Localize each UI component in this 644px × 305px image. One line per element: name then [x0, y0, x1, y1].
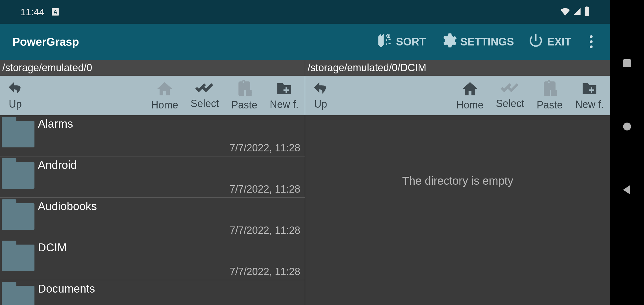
home-icon — [460, 80, 480, 99]
home-icon — [155, 80, 175, 99]
nav-home-button[interactable] — [620, 120, 634, 134]
up-button[interactable]: Up — [305, 76, 336, 115]
select-label: Select — [496, 98, 524, 110]
right-pane: /storage/emulated/0/DCIM Up Home Select — [305, 60, 610, 305]
nav-back-button[interactable] — [620, 183, 634, 198]
paste-icon — [235, 80, 254, 99]
svg-point-5 — [554, 91, 555, 93]
up-button[interactable]: Up — [0, 76, 31, 115]
paste-button[interactable]: Paste — [530, 76, 569, 115]
system-nav-bar — [610, 0, 644, 305]
select-label: Select — [191, 98, 219, 110]
right-file-list[interactable]: The directory is empty — [305, 115, 610, 305]
svg-point-6 — [556, 91, 557, 93]
status-badge: A — [52, 8, 59, 16]
file-date: 7/7/2022, 11:28 — [230, 266, 300, 278]
status-clock: 11:44 — [20, 6, 44, 18]
sort-button[interactable]: 1 SORT — [376, 32, 426, 51]
paste-button[interactable]: Paste — [225, 76, 264, 115]
file-date: 7/7/2022, 11:28 — [230, 142, 300, 154]
home-button[interactable]: Home — [145, 76, 184, 115]
right-pane-toolbar: Up Home Select Paste New f. — [305, 76, 610, 115]
svg-point-4 — [552, 91, 553, 93]
exit-button[interactable]: EXIT — [528, 32, 571, 51]
file-name: DCIM — [38, 241, 67, 254]
select-icon — [499, 81, 521, 97]
new-folder-label: New f. — [270, 99, 299, 110]
exit-label: EXIT — [547, 36, 571, 48]
new-folder-button[interactable]: New f. — [569, 76, 610, 115]
svg-point-1 — [247, 91, 248, 93]
settings-label: SETTINGS — [460, 36, 514, 48]
list-item[interactable]: Alarms7/7/2022, 11:28 — [0, 115, 305, 156]
right-path[interactable]: /storage/emulated/0/DCIM — [305, 60, 610, 76]
folder-icon — [2, 241, 34, 271]
status-bar: 11:44 A — [0, 0, 610, 24]
cellular-icon — [572, 7, 582, 17]
file-name: Documents — [38, 282, 95, 295]
folder-icon — [2, 117, 34, 147]
power-icon — [528, 32, 544, 51]
paste-label: Paste — [231, 99, 257, 111]
svg-rect-7 — [623, 59, 631, 67]
gear-icon — [440, 32, 457, 52]
select-button[interactable]: Select — [184, 76, 225, 115]
new-folder-icon — [274, 80, 294, 98]
select-button[interactable]: Select — [490, 76, 530, 115]
home-label: Home — [151, 99, 178, 111]
sort-icon: 1 — [376, 32, 393, 51]
settings-button[interactable]: SETTINGS — [440, 32, 514, 52]
up-icon — [312, 81, 330, 98]
left-file-list[interactable]: Alarms7/7/2022, 11:28Android7/7/2022, 11… — [0, 115, 305, 305]
new-folder-label: New f. — [575, 99, 604, 110]
select-icon — [194, 81, 216, 97]
new-folder-icon — [580, 80, 599, 98]
up-label: Up — [9, 98, 22, 110]
sort-label: SORT — [396, 36, 426, 48]
list-item[interactable]: DCIM7/7/2022, 11:28 — [0, 239, 305, 280]
file-name: Alarms — [38, 117, 73, 130]
file-name: Audiobooks — [38, 200, 97, 213]
left-pane-toolbar: Up Home Select Paste New f. — [0, 76, 305, 115]
folder-icon — [2, 199, 34, 230]
left-pane: /storage/emulated/0 Up Home Select Pa — [0, 60, 305, 305]
svg-text:1: 1 — [386, 33, 390, 39]
home-button[interactable]: Home — [450, 76, 490, 115]
up-label: Up — [314, 98, 327, 110]
svg-point-2 — [248, 91, 250, 93]
nav-recents-button[interactable] — [620, 56, 634, 71]
wifi-icon — [560, 7, 571, 17]
list-item[interactable]: Documents — [0, 280, 305, 305]
paste-label: Paste — [537, 99, 563, 111]
list-item[interactable]: Android7/7/2022, 11:28 — [0, 156, 305, 198]
file-name: Android — [38, 159, 77, 171]
home-label: Home — [456, 99, 484, 111]
up-icon — [6, 81, 24, 98]
svg-point-3 — [250, 91, 252, 93]
folder-icon — [2, 282, 34, 305]
app-title: PowerGrasp — [12, 36, 369, 48]
empty-directory-message: The directory is empty — [305, 175, 610, 187]
folder-icon — [2, 158, 34, 189]
new-folder-button[interactable]: New f. — [264, 76, 305, 115]
svg-point-8 — [623, 123, 631, 130]
file-date: 7/7/2022, 11:28 — [230, 183, 300, 195]
app-bar: PowerGrasp 1 SORT SETTINGS EXIT — [0, 24, 610, 60]
file-date: 7/7/2022, 11:28 — [230, 225, 300, 236]
list-item[interactable]: Audiobooks7/7/2022, 11:28 — [0, 198, 305, 239]
overflow-menu-button[interactable] — [585, 35, 598, 48]
battery-icon — [584, 6, 590, 17]
left-path[interactable]: /storage/emulated/0 — [0, 60, 305, 76]
paste-icon — [540, 80, 559, 99]
